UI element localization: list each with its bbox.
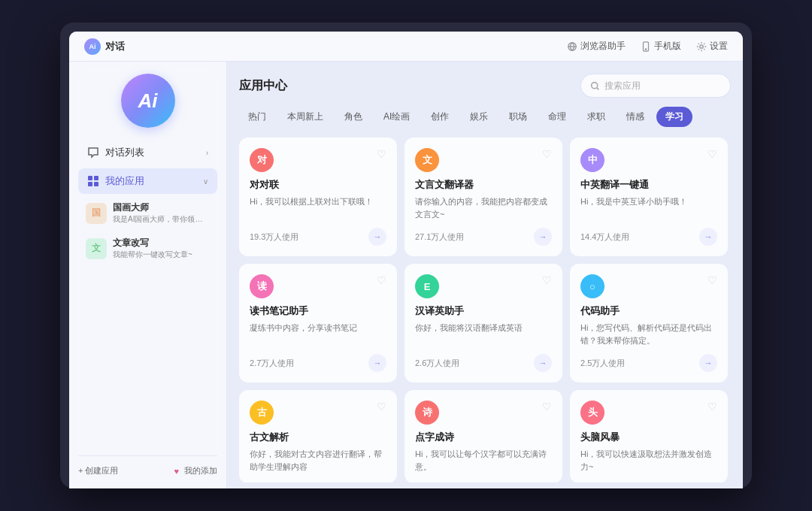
search-box[interactable]: 搜索应用 <box>580 74 731 98</box>
card-top: E ♡ <box>415 274 552 298</box>
svg-rect-5 <box>94 176 98 180</box>
top-bar-title: 对话 <box>105 40 125 53</box>
tab-study[interactable]: 学习 <box>656 107 692 127</box>
app-card-chengshi[interactable]: 诗 ♡ 点字成诗 Hi，我可以让每个汉字都可以充满诗意。 <box>404 390 562 482</box>
wenzhang-desc: 我能帮你一键改写文章~ <box>113 249 192 260</box>
app-card-code[interactable]: ○ ♡ 代码助手 Hi，您写代码、解析代码还是代码出错？我来帮你搞定。 2.5万… <box>570 264 728 382</box>
guohua-icon: 国 <box>86 203 107 224</box>
card-heart-naobao[interactable]: ♡ <box>707 401 717 413</box>
card-heart-zhongying[interactable]: ♡ <box>707 148 717 160</box>
card-desc-wenyan: 请你输入的内容，我能把内容都变成文言文~ <box>415 195 552 220</box>
main-header: 应用中心 搜索应用 <box>239 74 731 98</box>
card-icon-zhongying: 中 <box>580 148 604 172</box>
browser-icon <box>567 41 577 52</box>
nav-left-apps: 我的应用 <box>87 174 144 188</box>
tab-hot[interactable]: 热门 <box>239 107 275 127</box>
mobile-icon <box>641 41 651 52</box>
chat-icon <box>87 147 99 159</box>
app-card-hanyiying[interactable]: E ♡ 汉译英助手 你好，我能将汉语翻译成英语 2.6万人使用 → <box>404 264 562 382</box>
card-icon-naobao: 头 <box>580 401 604 425</box>
sidebar-ai-logo: Ai <box>121 74 175 128</box>
card-name-naobao: 头脑风暴 <box>580 431 717 444</box>
grid-icon <box>87 175 99 187</box>
svg-rect-7 <box>94 182 98 186</box>
card-name-guwen: 古文解析 <box>250 431 386 444</box>
tab-role[interactable]: 角色 <box>335 107 371 127</box>
card-top: 头 ♡ <box>580 401 717 425</box>
app-card-guwen[interactable]: 古 ♡ 古文解析 你好，我能对古文内容进行翻译，帮助学生理解内容 <box>239 390 397 482</box>
card-arrow-duilian[interactable]: → <box>368 228 386 246</box>
tab-ai-draw[interactable]: AI绘画 <box>374 107 419 127</box>
settings-btn[interactable]: 设置 <box>696 40 728 53</box>
tab-create[interactable]: 创作 <box>422 107 458 127</box>
card-heart-hanyiying[interactable]: ♡ <box>542 274 552 286</box>
card-heart-duilian[interactable]: ♡ <box>377 148 386 160</box>
card-desc-code: Hi，您写代码、解析代码还是代码出错？我来帮你搞定。 <box>580 322 717 346</box>
card-desc-chengshi: Hi，我可以让每个汉字都可以充满诗意。 <box>415 448 552 473</box>
my-add-btn[interactable]: ♥ 我的添加 <box>174 465 217 476</box>
sidebar: Ai 对话列表 › <box>69 62 227 488</box>
tab-job[interactable]: 求职 <box>578 107 614 127</box>
card-top: 中 ♡ <box>580 148 717 172</box>
wenzhang-name: 文章改写 <box>113 237 192 249</box>
card-heart-chengshi[interactable]: ♡ <box>542 401 552 413</box>
card-icon-guwen: 古 <box>250 401 274 425</box>
card-name-zhongying: 中英翻译一键通 <box>580 178 717 192</box>
card-name-duilian: 对对联 <box>250 178 386 192</box>
settings-icon <box>696 41 707 52</box>
app-card-naobao[interactable]: 头 ♡ 头脑风暴 Hi，我可以快速汲取想法并激发创造力~ <box>570 390 728 482</box>
card-icon-duilian: 对 <box>250 148 274 172</box>
top-bar: Ai 对话 浏览器助手 手机版 <box>69 32 743 62</box>
app-card-duilian[interactable]: 对 ♡ 对对联 Hi，我可以根据上联对出下联哦！ 19.3万人使用 → <box>239 138 397 256</box>
card-arrow-zhongying[interactable]: → <box>699 228 717 246</box>
card-arrow-dushu[interactable]: → <box>368 354 386 372</box>
tab-new[interactable]: 本周新上 <box>278 107 332 127</box>
card-icon-wenyan: 文 <box>415 148 439 172</box>
sidebar-item-my-apps[interactable]: 我的应用 ∨ <box>78 168 217 194</box>
top-bar-right: 浏览器助手 手机版 设置 <box>567 40 728 53</box>
card-name-chengshi: 点字成诗 <box>415 431 552 444</box>
search-placeholder: 搜索应用 <box>604 80 641 92</box>
tabs-row: 热门本周新上角色AI绘画创作娱乐职场命理求职情感学习 <box>239 107 731 127</box>
sidebar-app-guohua[interactable]: 国 国画大师 我是AI国画大师，带你领时代体... <box>78 197 217 229</box>
laptop-screen: Ai 对话 浏览器助手 手机版 <box>69 32 743 488</box>
sidebar-app-list: 国 国画大师 我是AI国画大师，带你领时代体... 文 文章改写 我能帮你一键改… <box>78 197 217 449</box>
top-bar-logo: Ai 对话 <box>84 38 125 55</box>
card-top: 诗 ♡ <box>415 401 552 425</box>
card-heart-dushu[interactable]: ♡ <box>377 274 386 286</box>
card-heart-wenyan[interactable]: ♡ <box>542 148 552 160</box>
card-footer-code: 2.5万人使用 → <box>580 354 717 372</box>
svg-rect-4 <box>88 176 92 180</box>
app-content: Ai 对话列表 › <box>69 62 743 488</box>
tab-emotion[interactable]: 情感 <box>617 107 653 127</box>
svg-point-2 <box>645 48 646 49</box>
card-name-hanyiying: 汉译英助手 <box>415 304 552 318</box>
browser-helper-btn[interactable]: 浏览器助手 <box>567 40 626 53</box>
card-name-wenyan: 文言文翻译器 <box>415 178 552 192</box>
card-desc-hanyiying: 你好，我能将汉语翻译成英语 <box>415 322 552 346</box>
sidebar-app-wenzhang[interactable]: 文 文章改写 我能帮你一键改写文章~ <box>78 232 217 265</box>
card-arrow-code[interactable]: → <box>699 354 717 372</box>
app-card-zhongying[interactable]: 中 ♡ 中英翻译一键通 Hi，我是中英互译小助手哦！ 14.4万人使用 → <box>570 138 728 256</box>
card-heart-guwen[interactable]: ♡ <box>377 401 386 413</box>
card-heart-code[interactable]: ♡ <box>707 274 717 286</box>
card-desc-naobao: Hi，我可以快速汲取想法并激发创造力~ <box>580 448 717 473</box>
sidebar-logo: Ai <box>78 74 217 128</box>
card-desc-dushu: 凝练书中内容，分享读书笔记 <box>250 322 386 346</box>
tab-entertainment[interactable]: 娱乐 <box>461 107 497 127</box>
svg-point-8 <box>592 82 598 88</box>
cards-grid: 对 ♡ 对对联 Hi，我可以根据上联对出下联哦！ 19.3万人使用 → 文 ♡ … <box>239 138 731 482</box>
card-arrow-hanyiying[interactable]: → <box>534 354 552 372</box>
card-arrow-wenyan[interactable]: → <box>534 228 552 246</box>
browser-helper-label: 浏览器助手 <box>580 40 626 53</box>
sidebar-item-chat-list[interactable]: 对话列表 › <box>78 140 217 165</box>
guohua-desc: 我是AI国画大师，带你领时代体... <box>113 214 210 225</box>
tab-workplace[interactable]: 职场 <box>500 107 536 127</box>
mobile-version-btn[interactable]: 手机版 <box>641 40 681 53</box>
app-card-dushu[interactable]: 读 ♡ 读书笔记助手 凝练书中内容，分享读书笔记 2.7万人使用 → <box>239 264 397 382</box>
guohua-name: 国画大师 <box>113 201 210 214</box>
create-app-btn[interactable]: + 创建应用 <box>78 465 118 476</box>
chat-list-label: 对话列表 <box>105 146 144 159</box>
tab-fate[interactable]: 命理 <box>539 107 575 127</box>
app-card-wenyan[interactable]: 文 ♡ 文言文翻译器 请你输入的内容，我能把内容都变成文言文~ 27.1万人使用… <box>404 138 562 256</box>
